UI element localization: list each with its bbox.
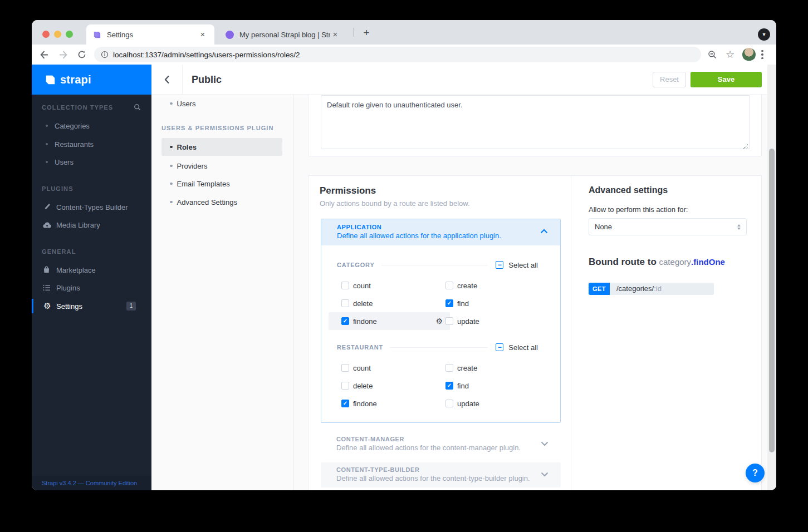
select-all-label[interactable]: Select all bbox=[508, 261, 538, 269]
tab-blog[interactable]: My personal Strapi blog | Strap × bbox=[219, 24, 347, 45]
help-button[interactable]: ? bbox=[746, 464, 765, 482]
close-tab-icon[interactable]: × bbox=[330, 29, 340, 40]
browser-tab-bar: Settings × My personal Strapi blog | Str… bbox=[32, 20, 776, 45]
permission-action[interactable]: create bbox=[433, 277, 554, 294]
sidebar-item-restaurants[interactable]: Restaurants bbox=[32, 137, 151, 151]
subnav-item-email-templates[interactable]: Email Templates bbox=[151, 177, 293, 190]
tab-title: Settings bbox=[107, 31, 198, 39]
brush-icon bbox=[43, 203, 52, 211]
reload-icon[interactable] bbox=[75, 48, 89, 61]
permission-action[interactable]: find bbox=[433, 377, 554, 395]
sidebar-item-users[interactable]: Users bbox=[32, 155, 151, 169]
accordion-application: APPLICATION Define all allowed actions f… bbox=[321, 219, 561, 423]
browser-toolbar: localhost:1337/admin/settings/users-perm… bbox=[32, 45, 776, 65]
bound-route: GET /categories/:id bbox=[589, 283, 714, 295]
chevron-down-icon bbox=[541, 441, 549, 446]
url-text: localhost:1337/admin/settings/users-perm… bbox=[113, 51, 300, 59]
close-window-button[interactable] bbox=[42, 31, 50, 38]
select-all-checkbox[interactable] bbox=[496, 261, 503, 269]
section-collection-types: COLLECTION TYPES bbox=[42, 102, 141, 112]
blog-favicon-icon bbox=[226, 31, 234, 39]
checkbox[interactable] bbox=[341, 282, 349, 289]
strapi-logo[interactable]: strapi bbox=[32, 65, 151, 95]
checkbox[interactable] bbox=[445, 382, 453, 390]
save-button[interactable]: Save bbox=[691, 72, 762, 87]
browser-menu-icon[interactable] bbox=[761, 50, 763, 60]
strapi-favicon-icon bbox=[93, 31, 101, 39]
permission-action[interactable]: create bbox=[433, 359, 554, 377]
permissions-card: Permissions Only actions bound by a rout… bbox=[308, 175, 762, 490]
checkbox[interactable] bbox=[445, 364, 453, 372]
forward-icon[interactable] bbox=[56, 48, 70, 61]
accordion-application-header[interactable]: APPLICATION Define all allowed actions f… bbox=[321, 219, 560, 245]
checkbox[interactable] bbox=[341, 299, 349, 307]
permission-group-header-restaurant: RESTAURANT Select all bbox=[337, 339, 538, 356]
checkbox[interactable] bbox=[341, 317, 349, 325]
checkbox[interactable] bbox=[341, 364, 349, 372]
sidebar-item-plugins[interactable]: Plugins bbox=[32, 280, 151, 295]
allow-action-select[interactable]: None bbox=[589, 218, 747, 235]
select-all-checkbox[interactable] bbox=[496, 343, 503, 351]
zoom-icon[interactable] bbox=[706, 48, 719, 61]
http-method-badge: GET bbox=[589, 283, 610, 295]
sidebar-item-settings[interactable]: ⚙ Settings 1 bbox=[32, 299, 151, 313]
subnav-item-users[interactable]: Users bbox=[151, 97, 293, 110]
subnav-item-advanced-settings[interactable]: Advanced Settings bbox=[151, 195, 293, 209]
site-info-icon[interactable] bbox=[101, 51, 109, 58]
checkbox[interactable] bbox=[445, 317, 453, 325]
permission-group-header-category: CATEGORY Select all bbox=[337, 257, 538, 273]
new-tab-button[interactable]: + bbox=[359, 26, 374, 40]
permission-action[interactable]: delete bbox=[329, 294, 450, 312]
permission-action[interactable]: findone bbox=[329, 395, 450, 412]
subnav-item-roles[interactable]: Roles bbox=[161, 138, 282, 156]
accordion-content-manager[interactable]: CONTENT-MANAGER Define all allowed actio… bbox=[321, 432, 561, 457]
close-tab-icon[interactable]: × bbox=[198, 29, 208, 40]
bookmark-star-icon[interactable]: ☆ bbox=[723, 48, 737, 61]
checkbox[interactable] bbox=[341, 382, 349, 390]
permission-action[interactable]: count bbox=[329, 359, 450, 377]
url-bar[interactable]: localhost:1337/admin/settings/users-perm… bbox=[94, 47, 701, 62]
sidebar-item-media-library[interactable]: Media Library bbox=[32, 218, 151, 232]
permission-grid-restaurant: count create delete find bbox=[341, 359, 538, 412]
permission-action[interactable]: update bbox=[433, 395, 554, 412]
textarea-resize-handle[interactable] bbox=[743, 144, 748, 149]
scrollbar-thumb[interactable] bbox=[769, 149, 775, 452]
permission-action-selected[interactable]: findone ⚙ bbox=[329, 312, 450, 330]
back-button[interactable] bbox=[151, 65, 183, 94]
permission-action[interactable]: count bbox=[329, 277, 450, 294]
browser-window: Settings × My personal Strapi blog | Str… bbox=[32, 20, 776, 490]
minimize-window-button[interactable] bbox=[54, 31, 61, 38]
chevron-left-icon bbox=[164, 75, 170, 84]
sidebar-item-marketplace[interactable]: Marketplace bbox=[32, 263, 151, 277]
checkbox[interactable] bbox=[341, 400, 349, 407]
strapi-version-link[interactable]: Strapi v3.4.2 — Community Edition bbox=[32, 476, 151, 490]
scrollbar-track[interactable] bbox=[767, 65, 776, 490]
role-description-textarea[interactable]: Default role given to unauthenticated us… bbox=[321, 95, 750, 149]
subnav-item-providers[interactable]: Providers bbox=[151, 159, 293, 173]
tab-settings[interactable]: Settings × bbox=[86, 24, 214, 45]
accordion-content-type-builder[interactable]: CONTENT-TYPE-BUILDER Define all allowed … bbox=[321, 462, 561, 487]
sidebar-item-categories[interactable]: Categories bbox=[32, 119, 151, 133]
tab-search-button[interactable]: ▾ bbox=[758, 28, 770, 41]
select-all-label[interactable]: Select all bbox=[508, 343, 538, 352]
permission-action[interactable]: update bbox=[433, 312, 554, 330]
checkbox[interactable] bbox=[445, 282, 453, 289]
back-icon[interactable] bbox=[37, 48, 51, 61]
search-icon[interactable] bbox=[134, 104, 141, 111]
maximize-window-button[interactable] bbox=[66, 31, 73, 38]
list-icon bbox=[43, 284, 52, 291]
permission-action[interactable]: delete bbox=[329, 377, 450, 395]
permission-grid-category: count create delete find bbox=[341, 277, 538, 330]
checkbox[interactable] bbox=[445, 299, 453, 307]
advanced-settings-title: Advanced settings bbox=[589, 185, 668, 195]
page-header: Public Reset Save bbox=[151, 65, 776, 95]
sidebar-item-content-types-builder[interactable]: Content-Types Builder bbox=[32, 200, 151, 214]
window-controls bbox=[42, 31, 73, 38]
permission-action[interactable]: find bbox=[433, 294, 554, 312]
permissions-subtitle: Only actions bound by a route are listed… bbox=[320, 199, 470, 208]
profile-avatar[interactable] bbox=[742, 48, 756, 61]
main-content: Default role given to unauthenticated us… bbox=[294, 95, 776, 490]
checkbox[interactable] bbox=[445, 400, 453, 407]
strapi-logo-icon bbox=[45, 75, 56, 85]
reset-button[interactable]: Reset bbox=[653, 72, 686, 87]
